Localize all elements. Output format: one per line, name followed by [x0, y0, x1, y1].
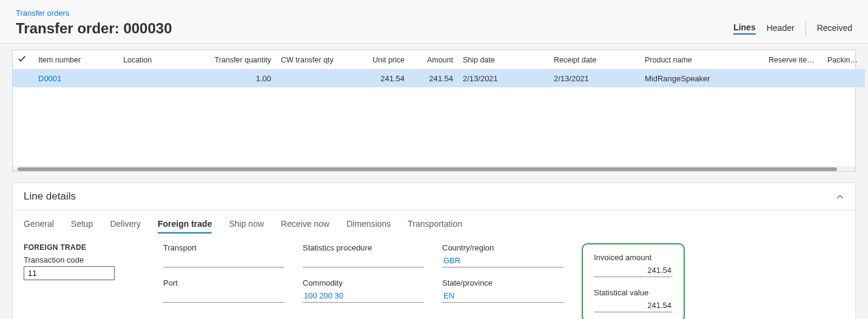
col-product-name[interactable]: Product name: [640, 50, 764, 70]
col-ship-date[interactable]: Ship date: [458, 50, 549, 70]
cell-cw-transfer-qty: [276, 70, 343, 88]
statistics-procedure-input[interactable]: [303, 254, 424, 267]
grid-header-row: Item number Location Transfer quantity C…: [13, 50, 865, 70]
scrollbar-thumb[interactable]: [18, 167, 837, 171]
detail-tab-dimensions[interactable]: Dimensions: [346, 219, 391, 233]
detail-tab-setup[interactable]: Setup: [71, 219, 93, 233]
cell-ship-date: 2/13/2021: [458, 70, 549, 88]
cell-transfer-qty: 1.00: [209, 70, 276, 88]
breadcrumb[interactable]: Transfer orders: [16, 8, 852, 18]
country-region-input[interactable]: GBR: [442, 254, 564, 267]
invoiced-amount-value: 241.54: [594, 264, 673, 277]
col-location[interactable]: Location: [118, 50, 209, 70]
statistics-procedure-label: Statistics procedure: [303, 243, 424, 252]
foreign-trade-form: FOREIGN TRADE Transaction code Transport…: [13, 233, 855, 319]
col-item-number[interactable]: Item number: [33, 50, 118, 70]
country-region-label: Country/region: [442, 243, 564, 252]
col-reserve-items[interactable]: Reserve items a...: [764, 50, 823, 70]
transport-input[interactable]: [163, 254, 284, 267]
separator: [806, 22, 806, 35]
tab-lines[interactable]: Lines: [733, 22, 756, 35]
port-input[interactable]: [163, 289, 284, 303]
line-details-title: Line details: [24, 190, 76, 203]
cell-receipt-date: 2/13/2021: [549, 70, 640, 88]
view-tabs: Lines Header Received: [733, 22, 852, 35]
cell-amount: 241.54: [409, 70, 458, 88]
state-province-label: State/province: [442, 278, 564, 287]
select-all-checkbox[interactable]: [13, 50, 33, 70]
state-province-input[interactable]: EN: [442, 289, 564, 303]
check-icon: [18, 56, 26, 65]
transaction-code-input[interactable]: [24, 266, 115, 280]
invoiced-amount-label: Invoiced amount: [594, 253, 673, 262]
detail-tabs: General Setup Delivery Foreign trade Shi…: [13, 210, 855, 233]
detail-tab-foreign-trade[interactable]: Foreign trade: [158, 219, 212, 233]
cell-product-name: MidRangeSpeaker: [640, 70, 764, 88]
cell-item-number[interactable]: D0001: [33, 70, 118, 88]
detail-tab-ship-now[interactable]: Ship now: [229, 219, 264, 233]
cell-packing-qu: [823, 70, 865, 88]
col-cw-transfer-qty[interactable]: CW transfer qty: [276, 50, 343, 70]
cell-location: [118, 70, 209, 88]
tab-header[interactable]: Header: [767, 23, 795, 34]
page-title: Transfer order: 000030: [16, 20, 172, 37]
detail-tab-receive-now[interactable]: Receive now: [281, 219, 329, 233]
port-label: Port: [163, 278, 284, 287]
tab-received[interactable]: Received: [817, 23, 852, 34]
transport-label: Transport: [163, 243, 284, 252]
line-details-panel: Line details General Setup Delivery Fore…: [12, 183, 856, 319]
commodity-input[interactable]: 100 200 30: [303, 289, 424, 303]
cell-reserve-items: [764, 70, 823, 88]
line-details-header[interactable]: Line details: [13, 183, 855, 210]
table-row[interactable]: D0001 1.00 241.54 241.54 2/13/2021 2/13/…: [13, 70, 865, 88]
foreign-trade-section-title: FOREIGN TRADE: [24, 243, 145, 252]
col-transfer-qty[interactable]: Transfer quantity: [209, 50, 276, 70]
detail-tab-delivery[interactable]: Delivery: [110, 219, 141, 233]
commodity-label: Commodity: [303, 278, 424, 287]
horizontal-scrollbar[interactable]: [13, 166, 855, 171]
cell-unit-price: 241.54: [343, 70, 409, 88]
highlight-box: Invoiced amount 241.54 Statistical value…: [582, 243, 685, 319]
col-packing-qu[interactable]: Packing qu: [823, 50, 865, 70]
chevron-up-icon: [836, 192, 844, 201]
col-receipt-date[interactable]: Receipt date: [549, 50, 640, 70]
statistical-value-label: Statistical value: [594, 288, 673, 297]
detail-tab-general[interactable]: General: [24, 219, 54, 233]
col-unit-price[interactable]: Unit price: [343, 50, 409, 70]
transaction-code-label: Transaction code: [24, 255, 145, 264]
detail-tab-transportation[interactable]: Transportation: [408, 219, 462, 233]
col-amount[interactable]: Amount: [409, 50, 458, 70]
statistical-value-value: 241.54: [594, 299, 673, 312]
grid: Item number Location Transfer quantity C…: [12, 50, 856, 172]
